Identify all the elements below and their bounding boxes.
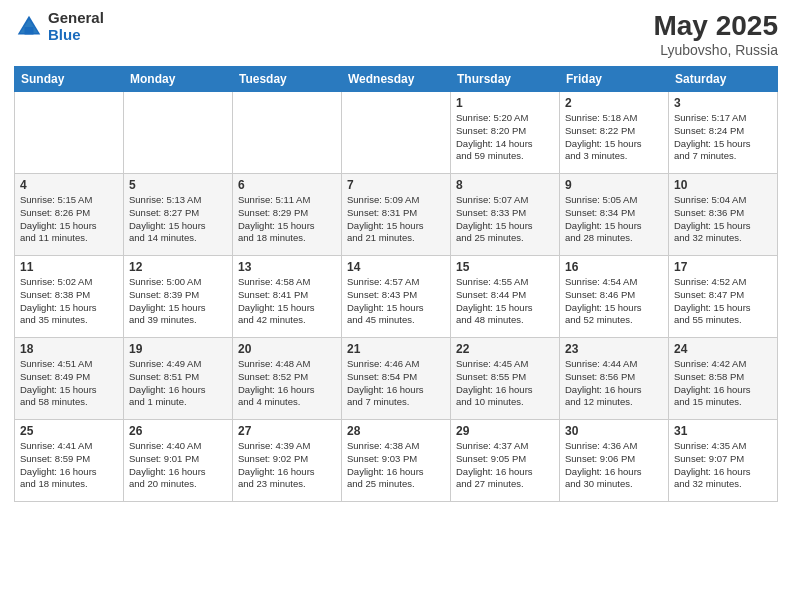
day-number: 22 bbox=[456, 342, 554, 356]
calendar-cell: 4Sunrise: 5:15 AMSunset: 8:26 PMDaylight… bbox=[15, 174, 124, 256]
day-number: 26 bbox=[129, 424, 227, 438]
day-number: 30 bbox=[565, 424, 663, 438]
day-number: 4 bbox=[20, 178, 118, 192]
logo: General Blue bbox=[14, 10, 104, 43]
day-info: Sunrise: 4:44 AMSunset: 8:56 PMDaylight:… bbox=[565, 358, 663, 409]
calendar-cell: 7Sunrise: 5:09 AMSunset: 8:31 PMDaylight… bbox=[342, 174, 451, 256]
day-number: 27 bbox=[238, 424, 336, 438]
day-info: Sunrise: 4:37 AMSunset: 9:05 PMDaylight:… bbox=[456, 440, 554, 491]
day-number: 24 bbox=[674, 342, 772, 356]
header: General Blue May 2025 Lyubovsho, Russia bbox=[14, 10, 778, 58]
day-info: Sunrise: 5:13 AMSunset: 8:27 PMDaylight:… bbox=[129, 194, 227, 245]
day-number: 18 bbox=[20, 342, 118, 356]
col-sunday: Sunday bbox=[15, 67, 124, 92]
day-info: Sunrise: 4:41 AMSunset: 8:59 PMDaylight:… bbox=[20, 440, 118, 491]
day-number: 3 bbox=[674, 96, 772, 110]
day-number: 21 bbox=[347, 342, 445, 356]
day-number: 10 bbox=[674, 178, 772, 192]
calendar-cell: 9Sunrise: 5:05 AMSunset: 8:34 PMDaylight… bbox=[560, 174, 669, 256]
day-info: Sunrise: 4:36 AMSunset: 9:06 PMDaylight:… bbox=[565, 440, 663, 491]
col-monday: Monday bbox=[124, 67, 233, 92]
calendar-cell: 30Sunrise: 4:36 AMSunset: 9:06 PMDayligh… bbox=[560, 420, 669, 502]
day-info: Sunrise: 4:38 AMSunset: 9:03 PMDaylight:… bbox=[347, 440, 445, 491]
calendar-cell: 22Sunrise: 4:45 AMSunset: 8:55 PMDayligh… bbox=[451, 338, 560, 420]
day-info: Sunrise: 5:04 AMSunset: 8:36 PMDaylight:… bbox=[674, 194, 772, 245]
day-info: Sunrise: 5:15 AMSunset: 8:26 PMDaylight:… bbox=[20, 194, 118, 245]
day-info: Sunrise: 4:58 AMSunset: 8:41 PMDaylight:… bbox=[238, 276, 336, 327]
calendar-cell: 15Sunrise: 4:55 AMSunset: 8:44 PMDayligh… bbox=[451, 256, 560, 338]
day-number: 13 bbox=[238, 260, 336, 274]
day-info: Sunrise: 4:46 AMSunset: 8:54 PMDaylight:… bbox=[347, 358, 445, 409]
day-number: 2 bbox=[565, 96, 663, 110]
calendar-cell: 6Sunrise: 5:11 AMSunset: 8:29 PMDaylight… bbox=[233, 174, 342, 256]
day-number: 17 bbox=[674, 260, 772, 274]
calendar-cell bbox=[124, 92, 233, 174]
logo-text: General Blue bbox=[48, 10, 104, 43]
calendar-cell: 26Sunrise: 4:40 AMSunset: 9:01 PMDayligh… bbox=[124, 420, 233, 502]
logo-icon bbox=[14, 12, 44, 42]
day-info: Sunrise: 4:55 AMSunset: 8:44 PMDaylight:… bbox=[456, 276, 554, 327]
calendar-cell: 20Sunrise: 4:48 AMSunset: 8:52 PMDayligh… bbox=[233, 338, 342, 420]
calendar-week-row-4: 18Sunrise: 4:51 AMSunset: 8:49 PMDayligh… bbox=[15, 338, 778, 420]
calendar-cell: 17Sunrise: 4:52 AMSunset: 8:47 PMDayligh… bbox=[669, 256, 778, 338]
calendar-cell bbox=[233, 92, 342, 174]
calendar-cell: 23Sunrise: 4:44 AMSunset: 8:56 PMDayligh… bbox=[560, 338, 669, 420]
calendar-cell: 21Sunrise: 4:46 AMSunset: 8:54 PMDayligh… bbox=[342, 338, 451, 420]
calendar-cell: 19Sunrise: 4:49 AMSunset: 8:51 PMDayligh… bbox=[124, 338, 233, 420]
calendar-cell: 12Sunrise: 5:00 AMSunset: 8:39 PMDayligh… bbox=[124, 256, 233, 338]
page: General Blue May 2025 Lyubovsho, Russia … bbox=[0, 0, 792, 612]
calendar-cell: 3Sunrise: 5:17 AMSunset: 8:24 PMDaylight… bbox=[669, 92, 778, 174]
logo-general: General bbox=[48, 10, 104, 27]
day-info: Sunrise: 5:17 AMSunset: 8:24 PMDaylight:… bbox=[674, 112, 772, 163]
calendar-cell: 27Sunrise: 4:39 AMSunset: 9:02 PMDayligh… bbox=[233, 420, 342, 502]
col-thursday: Thursday bbox=[451, 67, 560, 92]
calendar-table: Sunday Monday Tuesday Wednesday Thursday… bbox=[14, 66, 778, 502]
calendar-cell bbox=[15, 92, 124, 174]
calendar-cell: 10Sunrise: 5:04 AMSunset: 8:36 PMDayligh… bbox=[669, 174, 778, 256]
calendar-week-row-2: 4Sunrise: 5:15 AMSunset: 8:26 PMDaylight… bbox=[15, 174, 778, 256]
day-number: 8 bbox=[456, 178, 554, 192]
day-info: Sunrise: 4:40 AMSunset: 9:01 PMDaylight:… bbox=[129, 440, 227, 491]
calendar-cell: 31Sunrise: 4:35 AMSunset: 9:07 PMDayligh… bbox=[669, 420, 778, 502]
title-location: Lyubovsho, Russia bbox=[653, 42, 778, 58]
calendar-cell: 29Sunrise: 4:37 AMSunset: 9:05 PMDayligh… bbox=[451, 420, 560, 502]
svg-rect-2 bbox=[25, 27, 34, 35]
day-number: 19 bbox=[129, 342, 227, 356]
day-info: Sunrise: 5:02 AMSunset: 8:38 PMDaylight:… bbox=[20, 276, 118, 327]
col-saturday: Saturday bbox=[669, 67, 778, 92]
logo-blue: Blue bbox=[48, 27, 104, 44]
day-info: Sunrise: 4:54 AMSunset: 8:46 PMDaylight:… bbox=[565, 276, 663, 327]
day-info: Sunrise: 5:09 AMSunset: 8:31 PMDaylight:… bbox=[347, 194, 445, 245]
calendar-cell: 14Sunrise: 4:57 AMSunset: 8:43 PMDayligh… bbox=[342, 256, 451, 338]
day-number: 14 bbox=[347, 260, 445, 274]
day-info: Sunrise: 4:57 AMSunset: 8:43 PMDaylight:… bbox=[347, 276, 445, 327]
day-number: 12 bbox=[129, 260, 227, 274]
calendar-week-row-5: 25Sunrise: 4:41 AMSunset: 8:59 PMDayligh… bbox=[15, 420, 778, 502]
day-info: Sunrise: 5:05 AMSunset: 8:34 PMDaylight:… bbox=[565, 194, 663, 245]
day-info: Sunrise: 4:39 AMSunset: 9:02 PMDaylight:… bbox=[238, 440, 336, 491]
day-info: Sunrise: 4:48 AMSunset: 8:52 PMDaylight:… bbox=[238, 358, 336, 409]
calendar-week-row-1: 1Sunrise: 5:20 AMSunset: 8:20 PMDaylight… bbox=[15, 92, 778, 174]
calendar-cell: 16Sunrise: 4:54 AMSunset: 8:46 PMDayligh… bbox=[560, 256, 669, 338]
day-info: Sunrise: 4:49 AMSunset: 8:51 PMDaylight:… bbox=[129, 358, 227, 409]
calendar-cell: 5Sunrise: 5:13 AMSunset: 8:27 PMDaylight… bbox=[124, 174, 233, 256]
day-number: 7 bbox=[347, 178, 445, 192]
day-info: Sunrise: 4:35 AMSunset: 9:07 PMDaylight:… bbox=[674, 440, 772, 491]
title-block: May 2025 Lyubovsho, Russia bbox=[653, 10, 778, 58]
calendar-cell: 2Sunrise: 5:18 AMSunset: 8:22 PMDaylight… bbox=[560, 92, 669, 174]
day-number: 23 bbox=[565, 342, 663, 356]
calendar-cell bbox=[342, 92, 451, 174]
day-number: 5 bbox=[129, 178, 227, 192]
day-number: 31 bbox=[674, 424, 772, 438]
calendar-cell: 25Sunrise: 4:41 AMSunset: 8:59 PMDayligh… bbox=[15, 420, 124, 502]
day-number: 29 bbox=[456, 424, 554, 438]
calendar-cell: 13Sunrise: 4:58 AMSunset: 8:41 PMDayligh… bbox=[233, 256, 342, 338]
day-number: 11 bbox=[20, 260, 118, 274]
day-number: 15 bbox=[456, 260, 554, 274]
day-info: Sunrise: 5:07 AMSunset: 8:33 PMDaylight:… bbox=[456, 194, 554, 245]
day-info: Sunrise: 4:42 AMSunset: 8:58 PMDaylight:… bbox=[674, 358, 772, 409]
col-friday: Friday bbox=[560, 67, 669, 92]
day-info: Sunrise: 5:18 AMSunset: 8:22 PMDaylight:… bbox=[565, 112, 663, 163]
day-info: Sunrise: 4:51 AMSunset: 8:49 PMDaylight:… bbox=[20, 358, 118, 409]
calendar-week-row-3: 11Sunrise: 5:02 AMSunset: 8:38 PMDayligh… bbox=[15, 256, 778, 338]
